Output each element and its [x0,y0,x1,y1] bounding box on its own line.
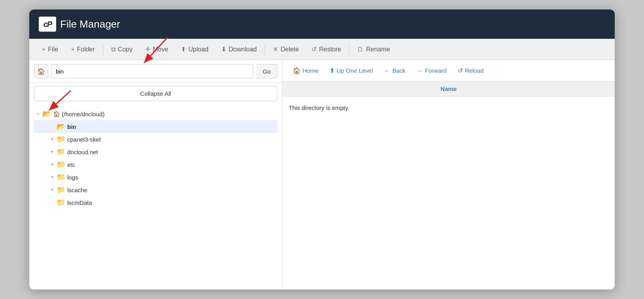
delete-button[interactable]: ✕ Delete [267,39,305,60]
table-header: Name [282,81,615,97]
forward-button[interactable]: → Forward [411,64,452,77]
tree-label: dncloud.net [67,149,98,155]
tree-label: (/home/dncloud) [62,111,104,117]
home-icon: 🏠 [53,111,60,117]
logo: cP File Manager [39,17,120,32]
header: cP File Manager [29,9,615,39]
reload-button[interactable]: ↺ Reload [452,64,489,77]
up-one-level-label: Up One Level [337,67,373,74]
folder-open-icon: 📂 [42,110,51,118]
download-label: Download [229,46,257,53]
rename-icon: 🗋 [357,46,364,53]
home-nav-button[interactable]: 🏠 Home [287,64,324,77]
folder-icon: 📁 [57,185,65,194]
restore-icon: ↺ [311,45,316,53]
folder-icon: 📁 [57,173,65,182]
upload-label: Upload [188,46,208,53]
copy-icon: ⧉ [111,46,116,53]
content-body: This directory is empty. [282,97,615,290]
expand-icon: + [50,174,55,180]
tree-item-cpanel3-skel[interactable]: + 📁 cpanel3-skel [34,133,277,146]
expand-icon: + [50,149,55,155]
tree-label: cpanel3-skel [67,136,100,143]
new-folder-label: Folder [77,46,95,53]
restore-label: Restore [319,46,341,53]
file-tree: − 📂 🏠 (/home/dncloud) 📂 bin + 📁 [29,104,282,290]
reload-icon: ↺ [458,67,463,74]
app-title: File Manager [60,18,120,30]
folder-icon: 📁 [57,198,65,207]
folder-icon: 📁 [57,160,65,169]
separator [103,44,103,55]
separator [265,44,265,55]
move-icon: ✛ [145,45,150,53]
folder-icon: 📁 [57,148,65,156]
download-icon: ⬇ [221,45,226,53]
tree-item-etc[interactable]: + 📁 etc [34,158,277,171]
tree-label: bin [67,123,76,130]
cpanel-logo: cP [39,17,56,32]
reload-label: Reload [465,67,484,74]
path-input[interactable] [51,64,253,78]
new-folder-button[interactable]: + Folder [64,39,101,60]
upload-button[interactable]: ⬆ Upload [174,39,215,60]
folder-icon: 📁 [57,135,65,144]
home-nav-label: Home [303,67,318,74]
new-file-label: File [48,46,58,53]
collapse-all-button[interactable]: Collapse All [34,86,277,101]
tree-item-lscache[interactable]: + 📁 lscache [34,184,277,196]
home-nav-icon: 🏠 [293,67,301,74]
tree-item-lscmdata[interactable]: 📁 lscmData [34,196,277,209]
forward-icon: → [417,67,423,74]
back-label: Back [392,67,405,74]
plus-icon: + [71,46,74,53]
download-button[interactable]: ⬇ Download [215,39,263,60]
plus-icon: + [42,46,45,53]
sidebar-home-button[interactable]: 🏠 [34,64,48,78]
delete-label: Delete [280,46,299,53]
move-button[interactable]: ✛ Move [139,39,174,60]
main-area: 🏠 Go Collapse All − 📂 🏠 (/home/dncloud) [29,60,615,290]
content-nav: 🏠 Home ⬆ Up One Level ← Back → Forward [282,60,615,81]
move-label: Move [153,46,168,53]
tree-item-logs[interactable]: + 📁 logs [34,171,277,184]
forward-label: Forward [425,67,447,74]
restore-button[interactable]: ↺ Restore [305,39,347,60]
sidebar: 🏠 Go Collapse All − 📂 🏠 (/home/dncloud) [29,60,282,290]
tree-item-dncloud-net[interactable]: + 📁 dncloud.net [34,146,277,158]
tree-label: lscmData [67,199,92,206]
path-bar: 🏠 Go [29,60,282,83]
expand-icon: + [50,162,55,167]
copy-button[interactable]: ⧉ Copy [105,39,139,60]
empty-message: This directory is empty. [289,104,349,111]
up-one-level-button[interactable]: ⬆ Up One Level [324,64,379,77]
back-icon: ← [384,67,390,74]
toolbar: + File + Folder ⧉ Copy ✛ Move ⬆ Upload ⬇ [29,39,615,60]
copy-label: Copy [118,46,133,53]
expand-icon: + [50,136,55,142]
tree-label: etc [67,161,75,168]
tree-label: logs [67,174,78,181]
expand-icon: + [50,187,55,193]
up-icon: ⬆ [330,67,335,74]
back-button[interactable]: ← Back [379,64,411,77]
tree-label: lscache [67,187,87,193]
content-panel: 🏠 Home ⬆ Up One Level ← Back → Forward [282,60,615,290]
tree-item-bin[interactable]: 📂 bin [34,120,277,133]
delete-icon: ✕ [273,45,278,53]
expand-icon: − [36,111,40,117]
rename-button[interactable]: 🗋 Rename [351,39,396,60]
new-file-button[interactable]: + File [36,39,64,60]
folder-open-icon: 📂 [57,122,65,131]
rename-label: Rename [366,46,390,53]
tree-item-root[interactable]: − 📂 🏠 (/home/dncloud) [34,108,277,120]
go-button[interactable]: Go [256,64,277,78]
name-column-header[interactable]: Name [289,85,608,92]
separator [349,44,349,55]
upload-icon: ⬆ [181,45,186,53]
